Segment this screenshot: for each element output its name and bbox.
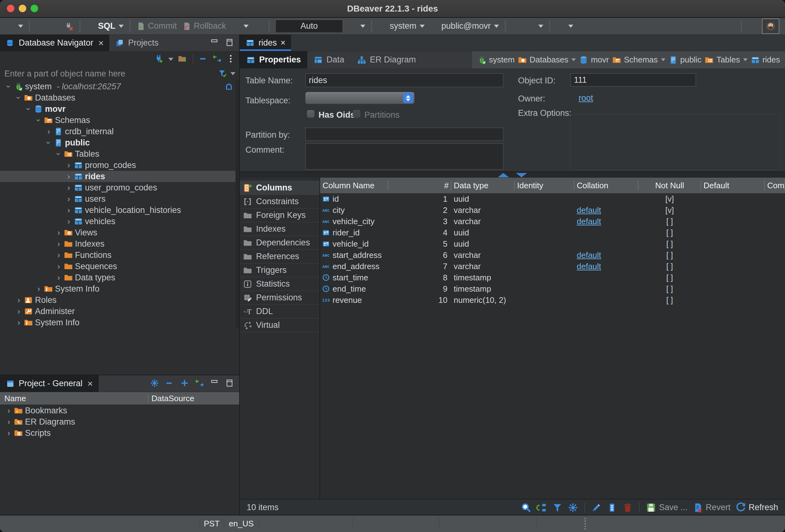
column-header-datasource[interactable]: DataSource: [148, 394, 194, 403]
project-item-bookmarks[interactable]: ›Bookmarks: [0, 405, 239, 416]
grid-row-end_address[interactable]: ABCend_address7varchardefault[ ]: [320, 261, 785, 272]
sync-with-navigator-button[interactable]: [536, 502, 547, 513]
chevron-right-icon[interactable]: ›: [64, 161, 74, 169]
chevron-right-icon[interactable]: ›: [64, 172, 74, 180]
collation-link[interactable]: default: [577, 205, 601, 215]
cell-data-type[interactable]: uuid: [451, 228, 514, 237]
section-tab-constraints[interactable]: Constraints: [240, 195, 320, 208]
dropdown-arrow-icon[interactable]: [538, 25, 543, 28]
tree-item-data-types[interactable]: ›Data types: [0, 272, 239, 283]
cell-column-name[interactable]: ABCstart_address: [320, 250, 388, 260]
table-name-input[interactable]: [305, 73, 503, 87]
cell-data-type[interactable]: varchar: [451, 262, 514, 271]
cell-ordinal[interactable]: 5: [388, 239, 451, 249]
expand-all-button[interactable]: [180, 378, 189, 389]
tree-item-system-info[interactable]: ›System Info: [0, 317, 239, 328]
sql-editor-button[interactable]: SQL: [84, 19, 126, 33]
grid-row-start_time[interactable]: start_time8timestamp[ ]: [320, 272, 785, 283]
delete-column-button[interactable]: [622, 502, 633, 513]
close-tab-icon[interactable]: ×: [98, 39, 104, 48]
dropdown-arrow-icon[interactable]: [572, 58, 576, 61]
object-id-input[interactable]: [571, 73, 696, 86]
cell-column-name[interactable]: ABCend_address: [320, 262, 388, 271]
filter-dropdown-arrow[interactable]: [230, 72, 235, 75]
cell-collation[interactable]: default: [574, 205, 638, 215]
tree-item-users[interactable]: ›users: [0, 193, 239, 204]
locale-indicator[interactable]: en_US: [224, 515, 258, 532]
cell-column-name[interactable]: start_time: [320, 273, 388, 282]
breadcrumb-item-schemas[interactable]: Schemas: [612, 55, 665, 65]
cell-not-null[interactable]: [ ]: [638, 273, 701, 282]
connect-button[interactable]: [34, 19, 47, 33]
grid-row-rider_id[interactable]: rider_id4uuid[ ]: [320, 227, 785, 238]
tab-properties[interactable]: Properties: [240, 51, 307, 68]
cell-collation[interactable]: default: [574, 217, 638, 226]
editor-tab-rides[interactable]: rides×: [240, 35, 291, 51]
chevron-right-icon[interactable]: ›: [64, 195, 74, 203]
chevron-right-icon[interactable]: ›: [54, 262, 64, 270]
active-database-button[interactable]: public@movr: [428, 19, 501, 33]
grid-column-header-data-type[interactable]: Data type: [451, 178, 514, 193]
dropdown-arrow-icon[interactable]: [661, 58, 665, 61]
tree-item-views[interactable]: ›Views: [0, 227, 239, 238]
grid-column-header-identity[interactable]: Identity: [514, 178, 574, 193]
breadcrumb-item-public[interactable]: public: [668, 55, 702, 65]
cell-not-null[interactable]: [ ]: [638, 228, 701, 237]
cell-ordinal[interactable]: 7: [388, 262, 451, 271]
navigator-tab-projects[interactable]: Projects: [109, 35, 164, 51]
cell-column-name[interactable]: ABCvehicle_city: [320, 217, 388, 226]
cell-not-null[interactable]: [ ]: [638, 250, 701, 260]
cell-column-name[interactable]: id: [320, 194, 388, 204]
new-connection-button[interactable]: [4, 19, 25, 33]
breadcrumb-item-tables[interactable]: Tables: [704, 55, 747, 65]
navigator-tab-database-navigator[interactable]: Database Navigator×: [0, 35, 109, 51]
section-tab-indexes[interactable]: Indexes: [240, 222, 320, 236]
cell-ordinal[interactable]: 1: [388, 194, 451, 204]
dashboard-button[interactable]: [510, 19, 523, 33]
commit-mode-combo[interactable]: Auto: [275, 20, 343, 33]
cell-collation[interactable]: default: [574, 262, 638, 271]
collapse-all-button[interactable]: [165, 378, 174, 389]
quick-search-button[interactable]: [724, 19, 737, 33]
cell-column-name[interactable]: ABCcity: [320, 205, 388, 215]
cell-column-name[interactable]: 123revenue: [320, 295, 388, 305]
cell-column-name[interactable]: end_time: [320, 284, 388, 294]
tree-item-movr[interactable]: ›movr: [0, 103, 239, 115]
tree-item-administer[interactable]: ›Administer: [0, 306, 239, 317]
tree-item-user-promo-codes[interactable]: ›user_promo_codes: [0, 182, 239, 193]
cell-column-name[interactable]: rider_id: [320, 228, 388, 237]
cell-data-type[interactable]: varchar: [451, 250, 514, 260]
section-tab-permissions[interactable]: Permissions: [240, 291, 320, 305]
collation-link[interactable]: default: [577, 262, 601, 271]
cell-ordinal[interactable]: 3: [388, 217, 451, 226]
dropdown-arrow-icon[interactable]: [18, 25, 23, 28]
open-perspective-button[interactable]: [746, 19, 759, 33]
chevron-right-icon[interactable]: ›: [34, 285, 44, 293]
tree-item-system[interactable]: ›system- localhost:26257: [0, 81, 239, 92]
cell-ordinal[interactable]: 10: [388, 295, 451, 305]
project-item-scripts[interactable]: ›Scripts: [0, 427, 239, 439]
tree-item-crdb-internal[interactable]: ›crdb_internal: [0, 126, 239, 137]
grid-filter-button[interactable]: [552, 502, 563, 513]
minimize-panel-button[interactable]: [210, 378, 219, 389]
section-tab-virtual[interactable]: Virtual: [240, 319, 320, 332]
collation-link[interactable]: default: [577, 217, 601, 226]
new-connection-button[interactable]: [154, 54, 163, 65]
breadcrumb-item-system[interactable]: system: [477, 55, 514, 65]
chevron-right-icon[interactable]: ›: [14, 296, 24, 304]
transaction-log-button[interactable]: [229, 19, 250, 33]
tab-er-diagram[interactable]: ER Diagram: [351, 51, 422, 68]
grid-settings-button[interactable]: [568, 502, 578, 513]
filter-funnel-icon[interactable]: [218, 69, 227, 78]
collapse-all-button[interactable]: [199, 54, 208, 65]
grid-column-header-#[interactable]: #: [388, 178, 451, 193]
tree-item-rides[interactable]: ›rides: [0, 171, 239, 182]
grid-row-city[interactable]: ABCcity2varchardefault[v]: [320, 204, 785, 216]
collation-link[interactable]: default: [577, 250, 601, 260]
cell-not-null[interactable]: [v]: [638, 194, 701, 204]
statusbar-drag-handle[interactable]: [585, 518, 586, 530]
cell-data-type[interactable]: varchar: [451, 217, 514, 226]
collapse-down-icon[interactable]: [516, 173, 527, 177]
chevron-right-icon[interactable]: ›: [64, 183, 74, 192]
tree-item-functions[interactable]: ›Functions: [0, 250, 239, 261]
